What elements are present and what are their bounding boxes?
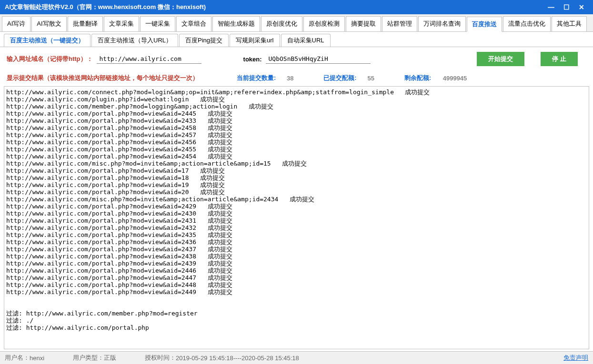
auth-label: 授权时间： <box>145 354 176 362</box>
main-tabs: AI写诗AI写散文批量翻译文章采集一键采集文章组合智能生成标题原创度优化原创度检… <box>0 14 593 32</box>
domain-input[interactable] <box>97 54 201 64</box>
main-tab-5[interactable]: 文章组合 <box>176 16 211 31</box>
main-tab-3[interactable]: 文章采集 <box>104 16 139 31</box>
usertype-value: 正版 <box>104 354 116 362</box>
auth-value: 2019-05-29 15:45:18----2020-05-28 15:45:… <box>176 354 299 362</box>
log-output[interactable]: http://www.ailyric.com/connect.php?mod=l… <box>4 86 589 349</box>
current-count-label: 当前提交数量: <box>237 74 276 82</box>
main-tab-13[interactable]: 流量点击优化 <box>503 16 551 31</box>
usertype-label: 用户类型： <box>73 354 104 362</box>
main-tab-6[interactable]: 智能生成标题 <box>212 16 260 31</box>
main-tab-8[interactable]: 原创度检测 <box>303 16 345 31</box>
main-tab-1[interactable]: AI写散文 <box>31 16 66 31</box>
main-tab-12[interactable]: 百度推送 <box>467 17 502 32</box>
minimize-button[interactable]: — <box>544 2 558 12</box>
user-value: henxi <box>30 354 44 362</box>
close-button[interactable]: ✕ <box>575 2 588 12</box>
current-count-value: 38 <box>281 75 300 82</box>
sub-tab-1[interactable]: 百度主动推送（导入URL） <box>91 34 178 47</box>
sub-tab-2[interactable]: 百度Ping提交 <box>179 34 229 47</box>
sub-tabs: 百度主动推送（一键提交）百度主动推送（导入URL）百度Ping提交写规则采集ur… <box>0 32 593 47</box>
main-tab-9[interactable]: 摘要提取 <box>346 16 381 31</box>
titlebar-text: AI文章智能处理软件V2.0（官网：www.henxisoft.com 微信：h… <box>5 3 544 11</box>
main-tab-4[interactable]: 一键采集 <box>140 16 175 31</box>
main-tab-2[interactable]: 批量翻译 <box>68 16 103 31</box>
submitted-quota-value: 55 <box>362 75 381 82</box>
statusbar: 用户名： henxi 用户类型： 正版 授权时间： 2019-05-29 15:… <box>0 351 593 364</box>
sub-tab-0[interactable]: 百度主动推送（一键提交） <box>4 34 90 47</box>
main-tab-10[interactable]: 站群管理 <box>382 16 417 31</box>
domain-label: 输入网址域名（记得带http）： <box>7 55 93 63</box>
token-input[interactable] <box>266 54 371 64</box>
main-tab-11[interactable]: 万词排名查询 <box>418 16 466 31</box>
main-tab-14[interactable]: 其他工具 <box>552 16 587 31</box>
stop-button[interactable]: 停 止 <box>541 52 578 66</box>
remain-quota-value: 4999945 <box>436 75 474 82</box>
remain-quota-label: 剩余配额: <box>404 74 431 82</box>
titlebar: AI文章智能处理软件V2.0（官网：www.henxisoft.com 微信：h… <box>0 0 593 14</box>
sub-tab-4[interactable]: 自动采集URL <box>281 34 331 47</box>
result-label: 显示提交结果（该模块推送网站内部链接地址，每个地址只提交一次） <box>7 74 199 82</box>
submitted-quota-label: 已提交配额: <box>323 74 356 82</box>
token-label: token: <box>243 56 262 63</box>
sub-tab-3[interactable]: 写规则采集url <box>230 34 280 47</box>
stats-row: 显示提交结果（该模块推送网站内部链接地址，每个地址只提交一次） 当前提交数量: … <box>0 71 593 85</box>
start-submit-button[interactable]: 开始提交 <box>477 52 524 66</box>
maximize-button[interactable]: ☐ <box>560 2 573 12</box>
disclaimer-link[interactable]: 免责声明 <box>563 354 588 362</box>
window-controls: — ☐ ✕ <box>544 2 588 12</box>
main-tab-7[interactable]: 原创度优化 <box>261 16 302 31</box>
user-label: 用户名： <box>5 354 30 362</box>
input-row: 输入网址域名（记得带http）： token: 开始提交 停 止 <box>0 47 593 71</box>
main-tab-0[interactable]: AI写诗 <box>2 16 30 31</box>
